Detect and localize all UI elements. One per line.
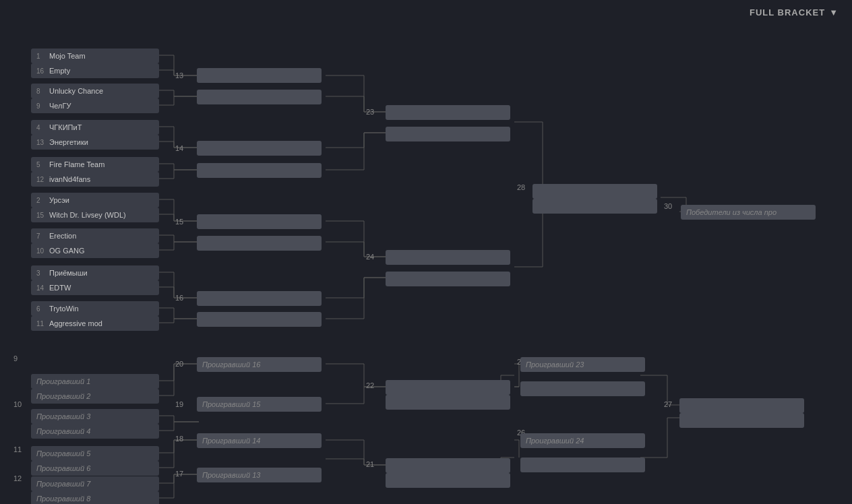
match-slot-unlucky — [197, 90, 322, 104]
match-label-22: 22 — [366, 381, 374, 389]
team-slot: 9ЧелГУ — [31, 98, 159, 113]
loser-slot-1: Проигравший 1 — [31, 374, 159, 389]
match-slot-fire — [197, 163, 322, 178]
team-slot: 5Fire Flame Team — [31, 157, 159, 172]
match-slot-loser16: Проигравший 16 — [197, 357, 322, 372]
match-slot-loser23: Проигравший 23 — [520, 357, 645, 372]
loser-slot-5: Проигравший 5 — [31, 446, 159, 461]
match-label-16: 16 — [175, 294, 183, 302]
team-slot: 2Урсэи — [31, 193, 159, 208]
team-slot: 12ivanNd4fans — [31, 172, 159, 187]
losers-group-11: 11 — [13, 445, 22, 453]
match-slot-loser13: Проигравший 13 — [197, 468, 322, 482]
team-slot: 1Mojo Team — [31, 49, 159, 63]
team-slot: 16Empty — [31, 63, 159, 78]
match-slot-loser15: Проигравший 15 — [197, 397, 322, 412]
match-slot-28-bot — [532, 199, 657, 214]
match-label-14: 14 — [175, 144, 183, 152]
match-label-17: 17 — [175, 470, 183, 478]
team-slot: 8Unlucky Chance — [31, 84, 159, 98]
losers-group-10: 10 — [13, 400, 22, 408]
full-bracket-label: FULL BRACKET — [750, 7, 825, 18]
match-slot-23-bot — [386, 127, 510, 141]
match-slot-22-bot — [386, 395, 510, 410]
match-label-19: 19 — [175, 400, 183, 408]
match-slot-27-top — [679, 398, 804, 413]
match-label-23: 23 — [366, 108, 374, 116]
team-slot: 15Witch Dr. Livsey (WDL) — [31, 208, 159, 222]
loser-slot-2: Проигравший 2 — [31, 389, 159, 404]
match-label-24: 24 — [366, 253, 374, 261]
match-slot-24-bot — [386, 272, 510, 286]
match-label-18: 18 — [175, 435, 183, 443]
team-slot: 7Erection — [31, 228, 159, 243]
match-slot-30: Победители из числа про — [681, 205, 816, 220]
match-slot-25-bot — [520, 381, 645, 396]
match-slot-15-top — [197, 214, 322, 229]
match-slot-24-top — [386, 250, 510, 265]
match-slot-erection — [197, 236, 322, 251]
match-slot-22-top — [386, 380, 510, 395]
team-slot: 14EDTW — [31, 280, 159, 295]
loser-slot-7: Проигравший 7 — [31, 476, 159, 491]
team-slot: 11Aggressive mod — [31, 316, 159, 331]
match-label-15: 15 — [175, 218, 183, 226]
match-label-30: 30 — [664, 202, 672, 210]
match-slot-28-top — [532, 184, 657, 199]
match-label-20: 20 — [175, 360, 183, 368]
match-slot-loser24: Проигравший 24 — [520, 433, 645, 448]
match-slot-16-top — [197, 291, 322, 306]
match-slot-23-top — [386, 105, 510, 120]
losers-group-12: 12 — [13, 474, 22, 482]
loser-slot-6: Проигравший 6 — [31, 461, 159, 476]
match-slot-27-bot — [679, 413, 804, 428]
team-slot: 3Приёмыши — [31, 265, 159, 280]
loser-slot-4: Проигравший 4 — [31, 424, 159, 439]
loser-slot-3: Проигравший 3 — [31, 409, 159, 424]
full-bracket-button[interactable]: FULL BRACKET ▼ — [750, 7, 839, 18]
match-slot-13-top — [197, 68, 322, 83]
match-slot-14-top — [197, 141, 322, 156]
losers-group-9: 9 — [13, 354, 18, 363]
match-label-13: 13 — [175, 71, 183, 80]
match-label-27: 27 — [664, 400, 672, 408]
match-slot-21-top — [386, 458, 510, 473]
team-slot: 13Энергетики — [31, 135, 159, 150]
match-label-21: 21 — [366, 460, 374, 468]
match-slot-21-bot — [386, 473, 510, 488]
loser-slot-8: Проигравший 8 — [31, 491, 159, 504]
match-slot-loser14: Проигравший 14 — [197, 433, 322, 448]
chevron-down-icon: ▼ — [829, 7, 839, 18]
team-slot: 4ЧГКИПиТ — [31, 120, 159, 135]
team-slot: 10OG GANG — [31, 243, 159, 258]
match-label-28: 28 — [517, 183, 525, 191]
match-slot-trytowin — [197, 312, 322, 327]
team-slot: 6TrytoWin — [31, 301, 159, 316]
match-slot-26-bot — [520, 458, 645, 472]
